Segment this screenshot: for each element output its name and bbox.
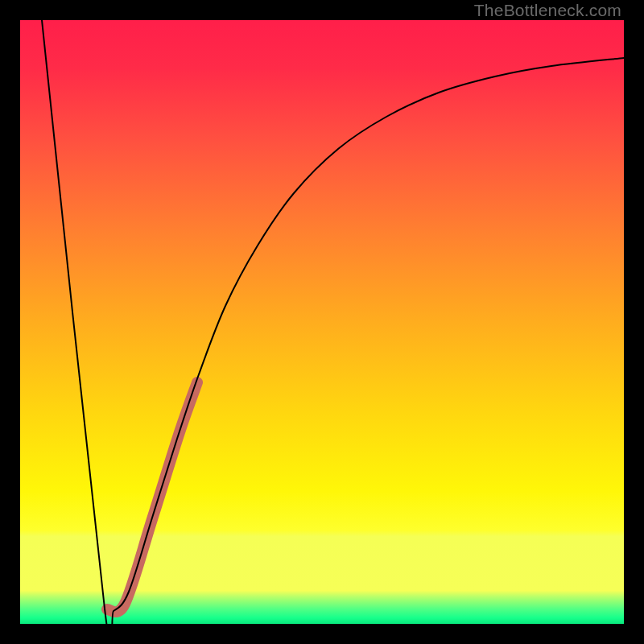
chart-frame: TheBottleneck.com bbox=[0, 0, 644, 644]
watermark-text: TheBottleneck.com bbox=[474, 1, 621, 20]
curve-layer bbox=[20, 20, 624, 624]
main-curve bbox=[42, 20, 624, 624]
plot-area bbox=[20, 20, 624, 624]
